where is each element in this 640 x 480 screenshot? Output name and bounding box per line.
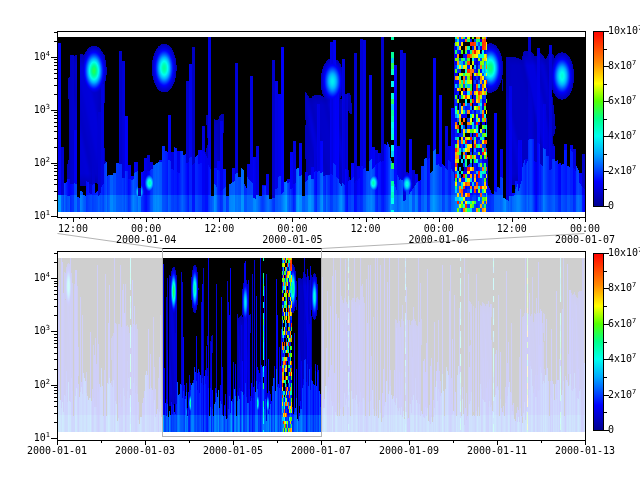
spectrogram-figure: 12:0000:002000-01-0412:0000:002000-01-05…	[0, 0, 640, 480]
detail-plot-area[interactable]	[57, 31, 585, 217]
context-selection-box[interactable]	[162, 248, 321, 437]
context-plot-area[interactable]	[57, 251, 585, 440]
context-colorbar	[593, 253, 604, 430]
detail-colorbar	[593, 31, 604, 206]
